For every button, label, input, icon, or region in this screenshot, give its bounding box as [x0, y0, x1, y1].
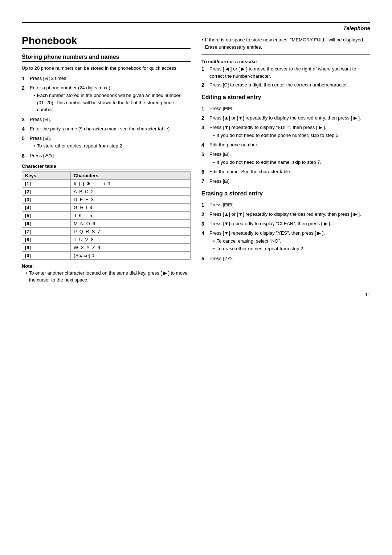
erasing-step-2: 2 Press [▲] or [▼] repeatedly to display… — [201, 211, 370, 218]
editing-section-gap: Editing a stored entry 1 Press [⊟⊟]. 2 P… — [201, 94, 370, 185]
erasing-step-3: 3 Press [▼] repeatedly to display "CLEAR… — [201, 220, 370, 228]
erasing-step-num-5: 5 — [201, 255, 208, 263]
edit-steps: 1 Press [ ◀ ] or [ ▶ ] to move the curso… — [201, 65, 370, 89]
chars-0: (Space) 0 — [71, 251, 191, 259]
erasing-step-num-1: 1 — [201, 201, 208, 209]
note-section: Note: To enter another character located… — [22, 263, 191, 284]
editing-step-7: 7 Press [⊟]. — [201, 178, 370, 185]
step-1: 1 Press [⊟] 2 times. — [22, 75, 191, 82]
step-3: 3 Press [⊟]. — [22, 116, 191, 123]
erasing-section-title: Erasing a stored entry — [201, 190, 370, 198]
erasing-step-1: 1 Press [⊟⊟]. — [201, 201, 370, 209]
table-row: [7]P Q R S 7 — [22, 227, 191, 235]
editing-steps: 1 Press [⊟⊟]. 2 Press [▲] or [▼] repeate… — [201, 105, 370, 185]
step-content-6: Press [↗⊙]. — [30, 152, 191, 159]
editing-step-4: 4 Edit the phone number. — [201, 141, 370, 149]
editing-step3-bullets: If you do not need to edit the phone num… — [213, 132, 370, 139]
step-content-1: Press [⊟] 2 times. — [30, 75, 191, 82]
step-num-1: 1 — [22, 75, 28, 82]
step-6: 6 Press [↗⊙]. — [22, 152, 191, 160]
step2-bullets: Each number stored in the phonebook will… — [33, 92, 191, 113]
step-num-5: 5 — [22, 135, 28, 142]
edit-step-num-2: 2 — [201, 81, 208, 89]
erasing-step4-bullets: To cancel erasing, select "NO". To erase… — [213, 238, 370, 252]
chars-9: W X Y Z 9 — [71, 243, 191, 251]
step-content-3: Press [⊟]. — [30, 116, 191, 123]
step-5: 5 Press [⊟]. To store other entries, rep… — [22, 135, 191, 150]
page: Telephone Phonebook Storing phone number… — [0, 0, 392, 555]
erasing-step-4: 4 Press [▼] repeatedly to display "YES",… — [201, 230, 370, 253]
char-table-section: Character table Keys Characters [1]# [ ]… — [22, 163, 191, 260]
editing-step-num-7: 7 — [201, 178, 208, 185]
step-4: 4 Enter the party's name (9 characters m… — [22, 125, 191, 133]
right-column: If there is no space to store new entrie… — [201, 35, 370, 284]
chars-3: D E F 3 — [71, 195, 191, 203]
key-7: [7] — [22, 227, 71, 235]
footer-row: 11 — [0, 284, 392, 297]
left-column: Phonebook Storing phone numbers and name… — [22, 35, 191, 284]
editing-step-num-2: 2 — [201, 114, 208, 122]
step-content-5: Press [⊟]. To store other entries, repea… — [30, 135, 191, 150]
editing-step3-bullet1: If you do not need to edit the phone num… — [213, 132, 370, 139]
step5-bullets: To store other entries, repeat from step… — [33, 142, 191, 150]
key-1: [1] — [22, 179, 71, 187]
step-content-2: Enter a phone number (24 digits max.). E… — [30, 84, 191, 114]
storing-steps: 1 Press [⊟] 2 times. 2 Enter a phone num… — [22, 75, 191, 160]
chars-5: J K L 5 — [71, 211, 191, 219]
erasing-step-num-2: 2 — [201, 211, 208, 218]
erasing-step-content-2: Press [▲] or [▼] repeatedly to display t… — [209, 211, 370, 218]
table-row: [0](Space) 0 — [22, 251, 191, 259]
key-0: [0] — [22, 251, 71, 259]
key-5: [5] — [22, 211, 71, 219]
chars-1: # [ ] ✱ , – / 1 — [71, 179, 191, 187]
storing-intro: Up to 20 phone numbers can be stored in … — [22, 65, 191, 72]
table-row: [6]M N O 6 — [22, 219, 191, 227]
erasing-step-content-4: Press [▼] repeatedly to display "YES", t… — [209, 230, 370, 253]
editing-step-num-6: 6 — [201, 168, 208, 176]
step-num-2: 2 — [22, 84, 28, 92]
editing-step5-bullets: If you do not need to edit the name, ski… — [213, 159, 370, 166]
editing-step-num-3: 3 — [201, 124, 208, 131]
editing-step-num-4: 4 — [201, 141, 208, 149]
key-8: [8] — [22, 235, 71, 243]
edit-step-2: 2 Press [C] to erase a digit, then enter… — [201, 81, 370, 89]
key-4: [4] — [22, 203, 71, 211]
editing-step-6: 6 Edit the name. See the character table… — [201, 168, 370, 176]
editing-step-5: 5 Press [⊟]. If you do not need to edit … — [201, 151, 370, 166]
editing-section-title: Editing a stored entry — [201, 94, 370, 102]
char-table-label: Character table — [22, 163, 191, 170]
chars-6: M N O 6 — [71, 219, 191, 227]
telephone-label: Telephone — [343, 25, 370, 31]
erasing-step-content-5: Press [↗⊙]. — [209, 255, 370, 262]
key-2: [2] — [22, 187, 71, 195]
editing-step-num-5: 5 — [201, 151, 208, 158]
note-bullet1: To enter another character located on th… — [25, 270, 191, 284]
page-number: 11 — [365, 292, 370, 297]
table-row: [9]W X Y Z 9 — [22, 243, 191, 251]
header-row: Telephone — [0, 23, 392, 31]
chars-7: P Q R S 7 — [71, 227, 191, 235]
table-row: [5]J K L 5 — [22, 211, 191, 219]
edit-correct-divider — [201, 54, 370, 54]
table-row: [8]T U V 8 — [22, 235, 191, 243]
editing-step-content-2: Press [▲] or [▼] repeatedly to display t… — [209, 114, 370, 122]
step5-bullet1: To store other entries, repeat from step… — [33, 142, 191, 150]
erasing-step-content-3: Press [▼] repeatedly to display "CLEAR",… — [209, 220, 370, 227]
editing-step-content-1: Press [⊟⊟]. — [209, 105, 370, 112]
edit-step-1: 1 Press [ ◀ ] or [ ▶ ] to move the curso… — [201, 65, 370, 80]
note-bullets: To enter another character located on th… — [25, 270, 191, 284]
editing-step-2: 2 Press [▲] or [▼] repeatedly to display… — [201, 114, 370, 122]
editing-step-num-1: 1 — [201, 105, 208, 113]
editing-step-content-3: Press [▼] repeatedly to display "EDIT", … — [209, 124, 370, 139]
erasing-step-content-1: Press [⊟⊟]. — [209, 201, 370, 208]
storing-section-title: Storing phone numbers and names — [22, 54, 191, 62]
editing-step-content-6: Edit the name. See the character table. — [209, 168, 370, 175]
edit-step-num-1: 1 — [201, 65, 208, 73]
erasing-steps: 1 Press [⊟⊟]. 2 Press [▲] or [▼] repeate… — [201, 201, 370, 263]
step-num-6: 6 — [22, 152, 28, 160]
chars-8: T U V 8 — [71, 235, 191, 243]
table-row: [3]D E F 3 — [22, 195, 191, 203]
editing-step-content-7: Press [⊟]. — [209, 178, 370, 185]
erasing-step4-bullet2: To erase other entries, repeat from step… — [213, 245, 370, 252]
table-row: [4]G H I 4 — [22, 203, 191, 211]
